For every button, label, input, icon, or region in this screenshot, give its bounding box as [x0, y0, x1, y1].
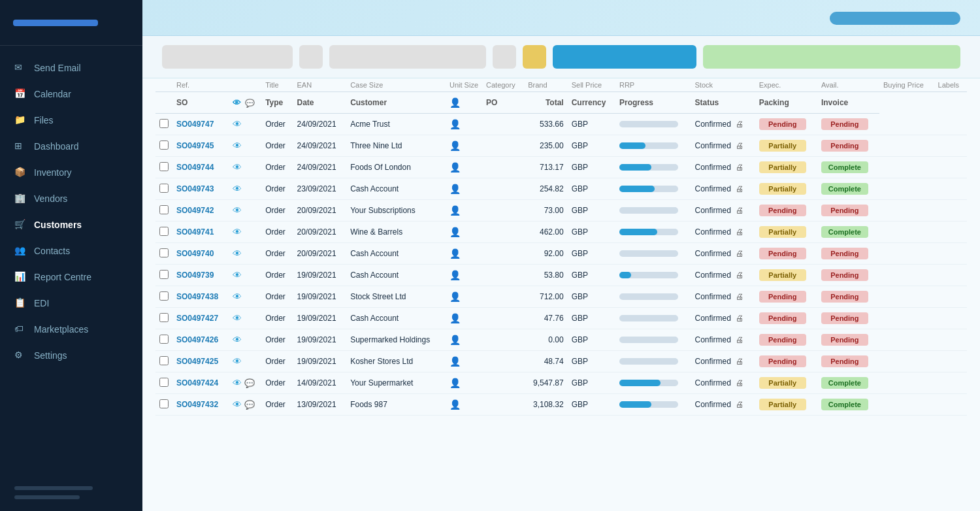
- sidebar-item-calendar[interactable]: 📅 Calendar: [0, 81, 142, 107]
- view-icon[interactable]: 👁: [233, 205, 242, 216]
- packing-badge: Partially: [759, 226, 806, 238]
- sidebar-item-send-email[interactable]: ✉ Send Email: [0, 55, 142, 81]
- chat-icon[interactable]: 💬: [244, 378, 255, 388]
- row-checkbox-cell[interactable]: [155, 394, 172, 416]
- view-icon[interactable]: 👁: [233, 378, 242, 388]
- row-checkbox[interactable]: [159, 227, 169, 236]
- print-icon[interactable]: 🖨: [736, 292, 743, 301]
- row-checkbox-cell[interactable]: [155, 243, 172, 265]
- sidebar-item-files[interactable]: 📁 Files: [0, 107, 142, 133]
- row-progress-cell: [615, 157, 691, 178]
- filter-btn-1[interactable]: [299, 45, 323, 69]
- row-customer: Foods Of London: [346, 157, 446, 178]
- row-checkbox-cell[interactable]: [155, 372, 172, 394]
- view-icon[interactable]: 👁: [233, 184, 242, 194]
- progress-bar-fill: [619, 142, 646, 149]
- row-checkbox-cell[interactable]: [155, 286, 172, 308]
- th-brand: Brand: [524, 78, 568, 92]
- view-icon[interactable]: 👁: [233, 270, 242, 280]
- row-checkbox[interactable]: [159, 356, 169, 365]
- row-checkbox-cell[interactable]: [155, 178, 172, 200]
- row-checkbox-cell[interactable]: [155, 329, 172, 351]
- row-checkbox[interactable]: [159, 378, 169, 387]
- filter-input-2[interactable]: [329, 45, 486, 69]
- print-icon[interactable]: 🖨: [736, 206, 743, 215]
- row-checkbox-cell[interactable]: [155, 308, 172, 329]
- row-checkbox[interactable]: [159, 119, 169, 128]
- view-icon[interactable]: 👁: [233, 335, 242, 345]
- footer-bar-2: [14, 495, 80, 499]
- filter-btn-2[interactable]: [493, 45, 516, 69]
- print-icon[interactable]: 🖨: [736, 314, 743, 323]
- print-icon[interactable]: 🖨: [736, 335, 743, 344]
- print-icon[interactable]: 🖨: [736, 357, 743, 366]
- row-customer: Acme Trust: [346, 114, 446, 135]
- invoice-badge: Pending: [821, 118, 868, 130]
- row-checkbox[interactable]: [159, 140, 169, 150]
- row-currency: GBP: [568, 351, 615, 372]
- view-icon[interactable]: 👁: [233, 399, 242, 410]
- sidebar-item-report-centre[interactable]: 📊 Report Centre: [0, 264, 142, 290]
- page-header: [142, 0, 980, 36]
- sidebar-item-inventory[interactable]: 📦 Inventory: [0, 159, 142, 186]
- row-progress-cell: [615, 329, 691, 351]
- filter-btn-blue[interactable]: [553, 45, 696, 69]
- row-checkbox[interactable]: [159, 205, 169, 214]
- row-checkbox[interactable]: [159, 335, 169, 344]
- row-progress-cell: [615, 372, 691, 394]
- print-icon[interactable]: 🖨: [736, 141, 743, 150]
- row-checkbox[interactable]: [159, 270, 169, 279]
- row-checkbox[interactable]: [159, 248, 169, 257]
- row-invoice: Pending: [817, 135, 879, 157]
- progress-bar-wrap: [619, 358, 678, 365]
- sidebar-item-dashboard[interactable]: ⊞ Dashboard: [0, 133, 142, 159]
- packing-badge: Partially: [759, 269, 806, 281]
- row-checkbox-cell[interactable]: [155, 157, 172, 178]
- view-icon[interactable]: 👁: [233, 291, 242, 302]
- row-checkbox-cell[interactable]: [155, 114, 172, 135]
- view-icon[interactable]: 👁: [233, 119, 242, 129]
- sidebar-item-edi[interactable]: 📋 EDI: [0, 290, 142, 316]
- view-icon[interactable]: 👁: [233, 356, 242, 367]
- print-icon[interactable]: 🖨: [736, 163, 743, 172]
- print-icon[interactable]: 🖨: [736, 378, 743, 387]
- row-invoice: Pending: [817, 329, 879, 351]
- sidebar-item-settings[interactable]: ⚙ Settings: [0, 342, 142, 369]
- view-icon[interactable]: 👁: [233, 227, 242, 237]
- chat-icon[interactable]: 💬: [244, 400, 255, 410]
- sidebar-item-contacts[interactable]: 👥 Contacts: [0, 238, 142, 264]
- row-checkbox[interactable]: [159, 313, 169, 322]
- print-icon[interactable]: 🖨: [736, 400, 743, 409]
- print-icon[interactable]: 🖨: [736, 249, 743, 258]
- print-icon[interactable]: 🖨: [736, 271, 743, 280]
- sidebar-item-marketplaces[interactable]: 🏷 Marketplaces: [0, 316, 142, 342]
- row-checkbox-cell[interactable]: [155, 351, 172, 372]
- row-checkbox[interactable]: [159, 184, 169, 193]
- view-icon[interactable]: 👁: [233, 162, 242, 173]
- row-invoice: Complete: [817, 372, 879, 394]
- footer-bar-1: [14, 486, 93, 490]
- view-icon[interactable]: 👁: [233, 248, 242, 259]
- row-checkbox[interactable]: [159, 291, 169, 301]
- row-checkbox-cell[interactable]: [155, 265, 172, 286]
- print-icon[interactable]: 🖨: [736, 184, 743, 193]
- row-checkbox-cell[interactable]: [155, 135, 172, 157]
- row-checkbox[interactable]: [159, 162, 169, 171]
- progress-bar-wrap: [619, 293, 678, 300]
- row-total: 235.00: [524, 135, 568, 157]
- row-progress-cell: [615, 200, 691, 222]
- view-icon[interactable]: 👁: [233, 313, 242, 323]
- sidebar-item-customers[interactable]: 🛒 Customers: [0, 212, 142, 238]
- invoice-badge: Complete: [821, 183, 868, 195]
- row-checkbox[interactable]: [159, 399, 169, 408]
- print-icon[interactable]: 🖨: [736, 120, 743, 129]
- filter-btn-gold[interactable]: [523, 45, 546, 69]
- filter-input-1[interactable]: [162, 45, 293, 69]
- row-checkbox-cell[interactable]: [155, 222, 172, 243]
- row-checkbox-cell[interactable]: [155, 200, 172, 222]
- filter-btn-green[interactable]: [703, 45, 960, 69]
- view-icon[interactable]: 👁: [233, 140, 242, 151]
- sidebar-item-vendors[interactable]: 🏢 Vendors: [0, 186, 142, 212]
- print-icon[interactable]: 🖨: [736, 227, 743, 237]
- row-total: 73.00: [524, 200, 568, 222]
